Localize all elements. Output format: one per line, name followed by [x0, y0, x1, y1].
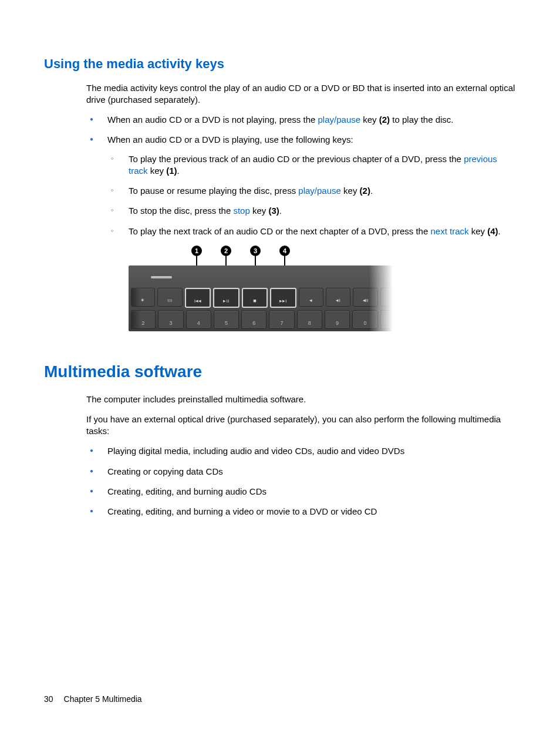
link-play-pause-2[interactable]: play/pause [298, 186, 341, 196]
key-8: 8 [297, 310, 322, 329]
key-2: 2 [131, 310, 156, 329]
key-next-track: ▸▸ı [270, 288, 296, 308]
key-6: 6 [241, 310, 266, 329]
callout-2: 2 [221, 246, 231, 256]
key-4: 4 [186, 310, 211, 329]
list-item: Playing digital media, including audio a… [86, 445, 516, 457]
number-row: 2 3 4 5 6 7 8 9 0 [131, 310, 390, 329]
keyboard-diagram: 1 2 3 4 ✶ ▭ ı◂◂ ▸ıı [129, 246, 393, 331]
speaker-grill [131, 269, 390, 285]
key-play-pause: ▸ıı [213, 288, 239, 308]
sub-stop: To stop the disc, press the stop key (3)… [107, 205, 516, 217]
bullet-list-2: Playing digital media, including audio a… [86, 445, 516, 518]
bullet-play-pause: When an audio CD or a DVD is not playing… [86, 114, 516, 126]
para-external-drive: If you have an external optical drive (p… [86, 414, 516, 438]
document-page: Using the media activity keys The media … [0, 0, 560, 746]
bullet-when-playing: When an audio CD or a DVD is playing, us… [86, 134, 516, 331]
heading-using-media-keys: Using the media activity keys [44, 55, 516, 73]
sub-pause-resume: To pause or resume playing the disc, pre… [107, 185, 516, 197]
key-dash [380, 310, 391, 329]
key-prev-track: ı◂◂ [185, 288, 211, 308]
function-row: ✶ ▭ ı◂◂ ▸ıı ■ ▸▸ı ◂ ◂ı ◂ıı [131, 288, 390, 308]
key-f9: ◂ıı [353, 288, 377, 307]
key-9: 9 [325, 310, 350, 329]
key-stop: ■ [242, 288, 268, 308]
key-7: 7 [269, 310, 294, 329]
key-3: 3 [158, 310, 183, 329]
key-f2: ▭ [157, 288, 182, 307]
key-f7: ◂ [299, 288, 323, 307]
key-5: 5 [214, 310, 239, 329]
key-f8: ◂ı [326, 288, 350, 307]
intro-para: The media activity keys control the play… [86, 82, 516, 106]
para-preinstalled: The computer includes preinstalled multi… [86, 394, 516, 405]
list-item: Creating or copying data CDs [86, 466, 516, 478]
link-stop[interactable]: stop [233, 206, 249, 216]
callout-4: 4 [279, 246, 290, 256]
callout-1: 1 [191, 246, 202, 256]
chapter-label: Chapter 5 Multimedia [64, 694, 142, 704]
list-item: Creating, editing, and burning a video o… [86, 506, 516, 518]
bullet-list-1: When an audio CD or a DVD is not playing… [86, 114, 516, 331]
callout-3: 3 [250, 246, 261, 256]
key-0: 0 [352, 310, 377, 329]
key-f1: ✶ [131, 288, 155, 307]
page-number: 30 [44, 694, 53, 704]
sub-previous-track: To play the previous track of an audio C… [107, 153, 516, 177]
link-play-pause[interactable]: play/pause [318, 115, 361, 125]
page-footer: 30Chapter 5 Multimedia [44, 694, 142, 705]
section2-body: The computer includes preinstalled multi… [86, 394, 516, 518]
key-f10 [380, 288, 390, 307]
sub-next-track: To play the next track of an audio CD or… [107, 226, 516, 237]
sub-bullet-list: To play the previous track of an audio C… [107, 153, 516, 237]
section1-body: The media activity keys control the play… [86, 82, 516, 331]
link-next-track[interactable]: next track [430, 226, 468, 236]
heading-multimedia-software: Multimedia software [44, 361, 516, 383]
list-item: Creating, editing, and burning audio CDs [86, 486, 516, 498]
